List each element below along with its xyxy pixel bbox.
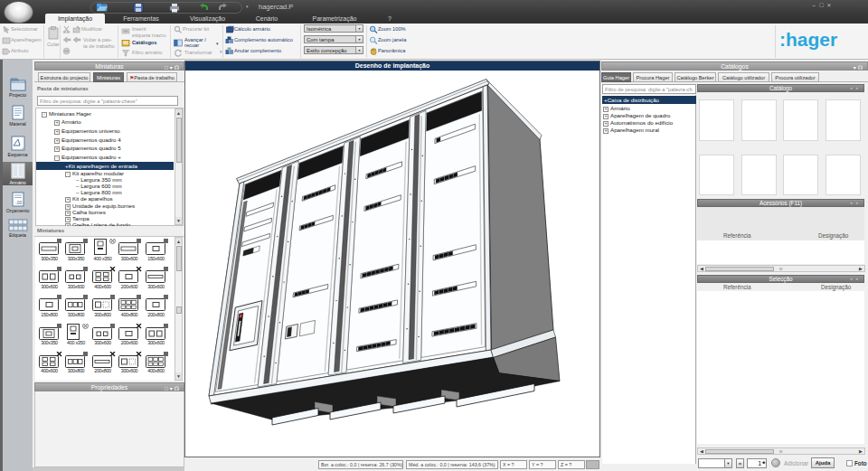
- svg-text:..00: ..00: [14, 200, 23, 205]
